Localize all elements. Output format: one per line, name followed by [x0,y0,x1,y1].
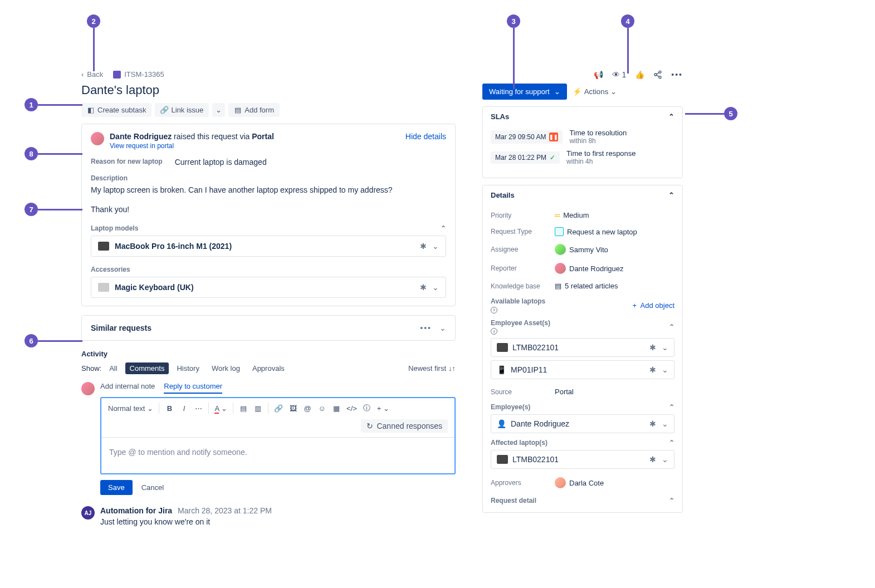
italic-button[interactable]: I [179,404,188,413]
info-icon[interactable]: i [491,307,497,313]
tab-all[interactable]: All [105,362,121,374]
activity-tabs: Show: All Comments History Work log Appr… [81,362,456,374]
reporter-value[interactable]: Dante Rodriguez [569,264,624,273]
more-actions-icon[interactable]: ••• [671,70,683,79]
feedback-icon[interactable]: 📢 [594,70,603,79]
graph-icon[interactable]: ✱ [649,365,656,374]
code-button[interactable]: </> [346,404,357,413]
add-form-button[interactable]: ▤ Add form [228,103,280,117]
show-label: Show: [81,364,101,373]
chevron-down-icon[interactable]: ⌄ [432,283,439,292]
chevron-down-icon[interactable]: ⌄ [439,324,446,332]
kb-value[interactable]: 5 related articles [565,282,618,290]
issue-key-link[interactable]: ITSM-13365 [124,70,164,79]
bullet-list-button[interactable]: ▤ [239,404,248,413]
share-button[interactable] [653,70,662,79]
asset-card[interactable]: LTMB022101 ✱⌄ [491,338,674,357]
actions-menu[interactable]: ⚡ Actions ⌄ [573,87,617,96]
graph-icon[interactable]: ✱ [420,242,427,251]
tab-history[interactable]: History [172,362,203,374]
priority-value[interactable]: Medium [563,211,589,219]
chevron-up-icon[interactable]: ⌃ [669,403,674,411]
graph-icon[interactable]: ✱ [649,419,656,428]
chevron-up-icon[interactable]: ⌃ [669,439,674,447]
chevron-up-icon[interactable]: ⌃ [669,323,674,331]
callout-2: 2 [87,14,100,71]
employee-card[interactable]: 👤Dante Rodriguez ✱⌄ [491,414,674,433]
save-button[interactable]: Save [100,480,133,495]
chevron-up-icon[interactable]: ⌃ [441,224,446,232]
assignee-label: Assignee [491,246,555,253]
asset-card[interactable]: 📱MP01IP11 ✱⌄ [491,360,674,379]
laptop-item-card[interactable]: MacBook Pro 16-inch M1 (2021) ✱ ⌄ [91,236,446,257]
chevron-down-icon[interactable]: ⌄ [662,419,668,428]
request-type-label: Request Type [491,228,555,236]
comment-textarea[interactable]: Type @ to mention and notify someone. [101,438,454,473]
tab-worklog[interactable]: Work log [207,362,245,374]
status-dropdown[interactable]: Waiting for support ⌄ [482,84,567,100]
hide-details-link[interactable]: Hide details [405,132,446,141]
chevron-up-icon[interactable]: ⌃ [669,497,674,504]
more-formatting-button[interactable]: ⋯ [194,404,203,413]
request-type-value[interactable]: Request a new laptop [567,228,637,236]
mention-button[interactable]: @ [303,404,312,413]
info-icon[interactable]: i [491,328,497,335]
request-source-line: Dante Rodriguez raised this request via … [110,132,274,141]
activity-entry: AJ Automation for Jira March 28, 2023 at… [81,506,456,526]
cancel-button[interactable]: Cancel [137,480,168,495]
sort-toggle[interactable]: Newest first ↓↑ [408,364,456,373]
accessory-item-card[interactable]: Magic Keyboard (UK) ✱ ⌄ [91,277,446,298]
affected-laptop-card[interactable]: LTMB022101 ✱⌄ [491,450,674,469]
link-issue-button[interactable]: 🔗 Link issue [155,103,209,117]
canned-responses-button[interactable]: ↻ Canned responses [361,419,448,433]
chevron-up-icon[interactable]: ⌃ [668,112,674,121]
bold-button[interactable]: B [165,404,174,413]
reply-to-customer-tab[interactable]: Reply to customer [164,382,222,394]
reporter-avatar [555,263,566,274]
employee-assets-label: Employee Asset(s) [491,319,550,327]
chevron-left-icon[interactable]: ‹ [81,70,84,79]
create-subtask-button[interactable]: ◧ Create subtask [81,103,151,117]
assignee-value[interactable]: Sammy Vito [569,246,608,254]
back-link[interactable]: Back [87,70,103,79]
approvers-value[interactable]: Darla Cote [569,479,604,487]
link-button[interactable]: 🔗 [274,404,283,413]
affected-laptops-label: Affected laptop(s) [491,439,548,447]
add-internal-note-tab[interactable]: Add internal note [100,382,155,394]
check-icon: ✓ [550,154,555,161]
chevron-down-icon[interactable]: ⌄ [662,365,668,374]
svg-point-1 [654,74,657,76]
emoji-button[interactable]: ☺ [317,404,326,413]
info-panel-button[interactable]: ⓘ [363,403,371,413]
link-issue-dropdown[interactable]: ⌄ [212,103,225,117]
graph-icon[interactable]: ✱ [649,343,656,352]
details-panel: Details ⌃ Priority ═Medium Request Type … [482,185,683,513]
vote-button[interactable]: 👍 [635,70,644,79]
view-in-portal-link[interactable]: View request in portal [110,142,174,150]
available-laptops-label: Available laptops [491,297,545,305]
callout-1: 1 [25,98,82,111]
insert-more-button[interactable]: + ⌄ [377,404,389,413]
graph-icon[interactable]: ✱ [420,283,427,292]
add-object-button[interactable]: + Add object [632,301,674,310]
form-icon: ▤ [234,106,242,114]
laptop-icon [497,455,508,464]
image-button[interactable]: 🖼 [289,404,297,413]
number-list-button[interactable]: ▥ [253,404,262,413]
approvers-label: Approvers [491,479,555,487]
tab-comments[interactable]: Comments [125,362,169,374]
text-style-select[interactable]: Normal text ⌄ [108,404,153,413]
more-icon[interactable]: ••• [420,324,432,332]
chevron-down-icon: ⌄ [147,404,153,413]
chevron-up-icon[interactable]: ⌃ [668,191,674,199]
chevron-down-icon[interactable]: ⌄ [432,242,439,251]
similar-requests-label: Similar requests [91,324,151,332]
link-icon: 🔗 [160,106,168,114]
svg-line-4 [657,75,659,77]
chevron-down-icon[interactable]: ⌄ [662,455,668,464]
tab-approvals[interactable]: Approvals [248,362,289,374]
chevron-down-icon[interactable]: ⌄ [662,343,668,352]
graph-icon[interactable]: ✱ [649,455,656,464]
text-color-button[interactable]: A ⌄ [214,404,227,413]
table-button[interactable]: ▦ [332,404,341,413]
